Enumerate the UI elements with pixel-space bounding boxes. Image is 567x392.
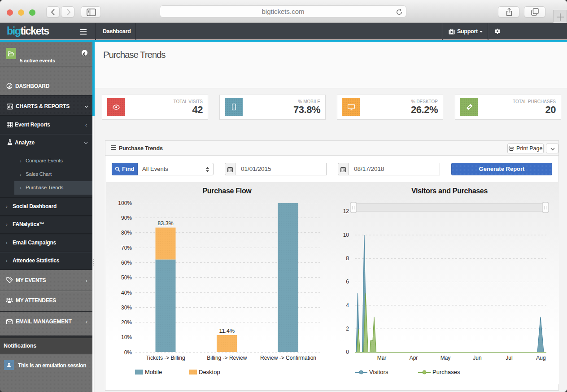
svg-text:50%: 50% xyxy=(121,274,132,281)
svg-text:Review -> Confirmation: Review -> Confirmation xyxy=(260,355,316,361)
svg-text:80%: 80% xyxy=(121,230,132,236)
svg-text:Jun: Jun xyxy=(473,355,481,361)
svg-text:60%: 60% xyxy=(121,260,132,266)
svg-text:83.3%: 83.3% xyxy=(157,220,173,226)
svg-text:70%: 70% xyxy=(121,245,132,251)
svg-text:Tickets -> Billing: Tickets -> Billing xyxy=(146,355,185,361)
svg-text:May: May xyxy=(441,355,451,361)
svg-text:6: 6 xyxy=(346,279,349,285)
svg-text:11.4%: 11.4% xyxy=(219,328,235,334)
svg-text:10: 10 xyxy=(343,232,349,238)
svg-text:8: 8 xyxy=(346,255,349,261)
svg-text:Mobile: Mobile xyxy=(145,369,162,375)
svg-text:0: 0 xyxy=(346,349,349,355)
svg-text:30%: 30% xyxy=(121,305,132,311)
svg-text:Visitors: Visitors xyxy=(369,369,388,375)
svg-text:90%: 90% xyxy=(121,215,132,221)
svg-text:Purchase Flow: Purchase Flow xyxy=(202,187,252,195)
svg-text:40%: 40% xyxy=(121,290,132,296)
svg-text:10%: 10% xyxy=(121,334,132,340)
svg-text:Purchases: Purchases xyxy=(432,369,460,375)
svg-text:12: 12 xyxy=(343,208,349,214)
svg-text:0%: 0% xyxy=(124,349,132,356)
svg-text:2: 2 xyxy=(346,326,349,332)
svg-text:Desktop: Desktop xyxy=(199,369,220,375)
svg-text:4: 4 xyxy=(346,302,349,309)
svg-text:Visitors and Purchases: Visitors and Purchases xyxy=(411,187,488,195)
svg-text:Aug: Aug xyxy=(536,355,545,361)
svg-text:Jul: Jul xyxy=(506,355,512,361)
svg-text:Mar: Mar xyxy=(377,355,387,361)
svg-text:Billing -> Review: Billing -> Review xyxy=(207,355,247,361)
svg-text:Apr: Apr xyxy=(410,355,418,361)
svg-text:100%: 100% xyxy=(118,200,132,206)
svg-text:20%: 20% xyxy=(121,319,132,326)
